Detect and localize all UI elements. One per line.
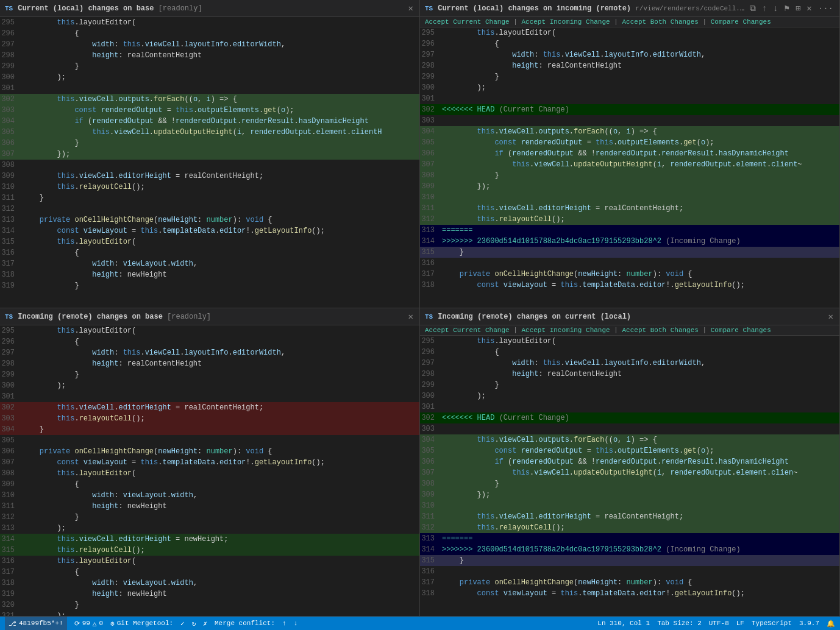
code-line: 317 private onCellHeightChange(newHeight… <box>420 269 839 280</box>
code-line: 302 this.viewCell.outputs.forEach((o, i)… <box>0 94 419 105</box>
lineending-status[interactable]: LF <box>736 620 744 627</box>
git-mergetool-label: ⚙ Git Mergetool: <box>110 620 173 628</box>
pane-title-bottom-right: Incoming (remote) changes on current (lo… <box>438 313 823 321</box>
pane-title-bar-bottom-right: TS Incoming (remote) changes on current … <box>420 308 839 325</box>
pane-title-top-left: Current (local) changes on base [readonl… <box>18 4 403 13</box>
code-line: 306 if (renderedOutput && !renderedOutpu… <box>420 456 839 467</box>
code-line: 295 this.layoutEditor( <box>0 325 419 336</box>
sync-status[interactable]: ⟳ 99 △ 0 <box>74 620 103 628</box>
merge-down-icon[interactable]: ↓ <box>294 620 298 627</box>
close-icon-bottom-left[interactable]: ✕ <box>407 310 415 323</box>
merge-conflict-label: Merge conflict: <box>215 620 275 627</box>
conflict-end-marker-top-right: 314>>>>>>> 23600d514d1015788a2b4dc0ac197… <box>420 236 839 247</box>
code-line: 306 private onCellHeightChange(newHeight… <box>0 446 419 457</box>
code-line: 303 const renderedOutput = this.outputEl… <box>0 105 419 116</box>
code-line: 298 height: realContentHeight <box>0 358 419 369</box>
encoding-status[interactable]: UTF-8 <box>709 620 729 627</box>
code-line: 305 const renderedOutput = this.outputEl… <box>420 445 839 456</box>
sync-count: 0 <box>99 620 103 627</box>
code-line: 316 this.layoutEditor( <box>0 556 419 567</box>
code-line: 312 this.relayoutCell(); <box>420 522 839 533</box>
arrow-up-icon-top-right[interactable]: ↑ <box>761 2 768 15</box>
close-icon-bottom-right[interactable]: ✕ <box>827 310 835 323</box>
editor-grid: TS Current (local) changes on base [read… <box>0 0 840 617</box>
code-line: 313 private onCellHeightChange(newHeight… <box>0 214 419 225</box>
code-line: 303 <box>420 115 839 126</box>
code-line: 309 { <box>0 479 419 490</box>
sync-sep: △ <box>93 620 97 628</box>
accept-incoming-link-top-right[interactable]: Accept Incoming Change <box>521 18 610 26</box>
code-area-top-right[interactable]: 295 this.layoutEditor( 296 { 297 width: … <box>420 27 839 308</box>
accept-current-link-bottom-right[interactable]: Accept Current Change <box>425 327 510 334</box>
accept-current-link-top-right[interactable]: Accept Current Change <box>425 18 510 26</box>
lang-badge-top-right: TS <box>425 5 433 12</box>
code-line: 295 this.layoutEditor( <box>420 336 839 347</box>
notifications-icon[interactable]: 🔔 <box>827 620 835 628</box>
conflict-head-marker-top-right: 302<<<<<<< HEAD (Current Change) <box>420 104 839 115</box>
compare-link-top-right[interactable]: Compare Changes <box>711 18 771 26</box>
code-lines-top-left: 295 this.layoutEditor( 296 { 297 width: … <box>0 17 419 291</box>
position-status[interactable]: Ln 310, Col 1 <box>597 620 650 627</box>
info-icon-top-right[interactable]: ⚑ <box>783 2 790 15</box>
pane-icons-top-right: ⧉ ↑ ↓ ⚑ ⊞ ✕ ··· <box>749 2 835 15</box>
code-line: 299 } <box>420 380 839 391</box>
pane-title-bottom-left: Incoming (remote) changes on base [reado… <box>18 313 403 321</box>
code-line: 295 this.layoutEditor( <box>0 17 419 28</box>
code-line: 309 }); <box>420 181 839 192</box>
accept-incoming-link-bottom-right[interactable]: Accept Incoming Change <box>521 327 610 334</box>
code-line: 309 }); <box>420 489 839 500</box>
merge-refresh-icon[interactable]: ↻ <box>192 620 196 628</box>
pane-title-bar-top-right: TS Current (local) changes on incoming (… <box>420 0 839 17</box>
code-line: 310 width: viewLayout.width, <box>0 490 419 501</box>
code-line: 310 <box>420 192 839 203</box>
sync-text: 99 <box>82 620 90 627</box>
code-lines-bottom-left: 295 this.layoutEditor( 296 { 297 width: … <box>0 325 419 616</box>
code-line: 297 width: this.viewCell.layoutInfo.edit… <box>0 347 419 358</box>
code-line: 316 <box>420 566 839 577</box>
code-line: 301 <box>420 402 839 412</box>
code-line: 306 } <box>0 138 419 149</box>
close-icon-top-left[interactable]: ✕ <box>407 2 415 15</box>
compare-link-bottom-right[interactable]: Compare Changes <box>711 327 771 334</box>
pane-top-right: TS Current (local) changes on incoming (… <box>420 0 840 308</box>
lang-badge-top-left: TS <box>5 5 13 12</box>
arrow-down-icon-top-right[interactable]: ↓ <box>772 2 779 15</box>
git-status[interactable]: ⎇ 48199fb5*+! <box>5 617 67 630</box>
code-area-bottom-right[interactable]: 295 this.layoutEditor( 296 { 297 width: … <box>420 336 839 616</box>
conflict-end-marker-bottom-right: 314>>>>>>> 23600d514d1015788a2b4dc0ac197… <box>420 544 839 555</box>
code-line: 301 <box>420 93 839 104</box>
code-line: 304 this.viewCell.outputs.forEach((o, i)… <box>420 434 839 445</box>
code-line: 315 this.layoutEditor( <box>0 236 419 247</box>
conflict-head-marker-bottom-right: 302<<<<<<< HEAD (Current Change) <box>420 412 839 423</box>
more-icon-top-right[interactable]: ··· <box>817 2 835 15</box>
code-line: 319 height: newHeight <box>0 589 419 600</box>
pane-top-left: TS Current (local) changes on base [read… <box>0 0 420 308</box>
merge-reject-icon[interactable]: ✗ <box>203 620 207 628</box>
copy-icon-top-right[interactable]: ⧉ <box>749 2 757 15</box>
accept-both-link-bottom-right[interactable]: Accept Both Changes <box>622 327 698 334</box>
merge-check-icon[interactable]: ✓ <box>180 620 185 628</box>
split-icon-top-right[interactable]: ⊞ <box>794 2 802 15</box>
merge-up-icon[interactable]: ↑ <box>282 620 287 627</box>
code-line: 299 } <box>0 61 419 72</box>
code-line: 306 if (renderedOutput && !renderedOutpu… <box>420 148 839 159</box>
code-area-top-left[interactable]: 295 this.layoutEditor( 296 { 297 width: … <box>0 17 419 308</box>
code-line: 311 this.viewCell.editorHeight = realCon… <box>420 203 839 214</box>
code-line: 314 const viewLayout = this.templateData… <box>0 225 419 236</box>
code-lines-top-right: 295 this.layoutEditor( 296 { 297 width: … <box>420 27 839 291</box>
code-line: 312 this.relayoutCell(); <box>420 214 839 225</box>
close-icon-top-right[interactable]: ✕ <box>805 2 813 15</box>
git-branch-icon: ⎇ <box>9 620 16 628</box>
tabsize-status[interactable]: Tab Size: 2 <box>657 620 702 627</box>
code-line: 313 ); <box>0 523 419 534</box>
code-line: 301 <box>0 83 419 94</box>
code-line: 300 ); <box>420 82 839 93</box>
code-line: 320 } <box>0 600 419 611</box>
code-line: 307 }); <box>0 149 419 160</box>
code-line: 300 ); <box>420 391 839 402</box>
accept-both-link-top-right[interactable]: Accept Both Changes <box>622 18 698 26</box>
code-line: 305 <box>0 435 419 446</box>
code-area-bottom-left[interactable]: 295 this.layoutEditor( 296 { 297 width: … <box>0 325 419 616</box>
code-line: 316 { <box>0 247 419 258</box>
language-status[interactable]: TypeScript <box>752 620 792 627</box>
